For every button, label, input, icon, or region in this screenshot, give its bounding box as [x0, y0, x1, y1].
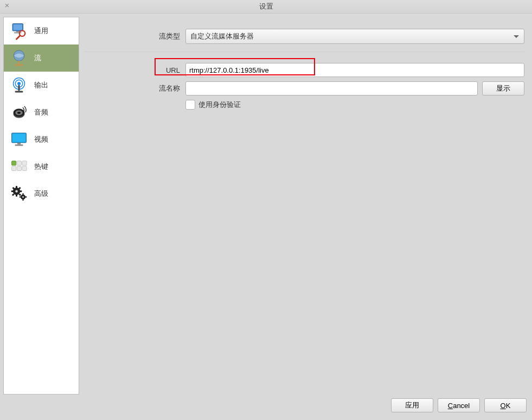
ok-button[interactable]: OK — [484, 398, 527, 412]
monitor-icon — [8, 129, 30, 150]
settings-main-panel: 流类型 自定义流媒体服务器 URL 流名称 显示 — [82, 17, 529, 394]
svg-rect-24 — [22, 161, 27, 166]
svg-rect-40 — [22, 193, 23, 195]
apply-button[interactable]: 应用 — [391, 398, 433, 412]
sidebar-item-label: 视频 — [34, 135, 48, 144]
row-stream-type: 流类型 自定义流媒体服务器 — [84, 27, 524, 46]
svg-rect-21 — [15, 144, 23, 146]
settings-sidebar: 通用 流 — [3, 17, 79, 394]
svg-rect-33 — [20, 190, 22, 192]
broadcast-icon — [8, 74, 30, 96]
cancel-rest: ancel — [453, 402, 470, 410]
globe-network-icon — [8, 47, 30, 69]
svg-rect-26 — [17, 166, 21, 170]
speaker-icon — [8, 101, 30, 123]
svg-point-17 — [17, 112, 21, 114]
svg-rect-20 — [17, 143, 21, 144]
gears-icon — [8, 183, 30, 205]
label-stream-type: 流类型 — [84, 31, 185, 41]
sidebar-item-label: 流 — [34, 53, 41, 63]
sidebar-item-stream[interactable]: 流 — [4, 44, 79, 72]
sidebar-item-output[interactable]: 输出 — [4, 72, 79, 99]
ok-mnemonic: O — [501, 402, 506, 410]
svg-rect-27 — [22, 166, 27, 170]
cancel-mnemonic: C — [448, 402, 453, 410]
svg-rect-1 — [14, 24, 23, 30]
svg-rect-42 — [20, 196, 21, 198]
svg-rect-22 — [12, 161, 16, 166]
svg-rect-32 — [11, 190, 14, 192]
svg-rect-43 — [25, 196, 27, 198]
svg-rect-19 — [12, 134, 25, 142]
row-url: URL — [84, 61, 524, 79]
dialog-footer: 应用 Cancel OK — [0, 394, 532, 416]
window-title: 设置 — [259, 2, 273, 11]
stream-type-dropdown[interactable]: 自定义流媒体服务器 — [185, 29, 524, 44]
sidebar-item-video[interactable]: 视频 — [4, 126, 79, 153]
svg-rect-7 — [18, 61, 20, 64]
sidebar-item-label: 输出 — [34, 80, 48, 90]
svg-point-29 — [15, 190, 18, 193]
label-url: URL — [84, 66, 185, 74]
use-auth-wrapper[interactable]: 使用身份验证 — [185, 100, 241, 110]
sidebar-item-label: 通用 — [34, 26, 48, 36]
sidebar-item-label: 高级 — [34, 189, 48, 199]
svg-rect-13 — [15, 91, 23, 93]
svg-line-5 — [17, 36, 20, 39]
use-auth-checkbox[interactable] — [185, 100, 195, 110]
svg-rect-25 — [12, 166, 16, 170]
svg-point-9 — [17, 82, 21, 85]
svg-rect-2 — [16, 31, 20, 32]
svg-rect-8 — [15, 64, 23, 66]
show-button[interactable]: 显示 — [482, 81, 524, 96]
sidebar-item-hotkeys[interactable]: 热键 — [4, 153, 79, 180]
svg-rect-12 — [18, 85, 20, 91]
sidebar-item-label: 音频 — [34, 107, 48, 117]
svg-rect-23 — [17, 161, 21, 166]
use-auth-label: 使用身份验证 — [198, 100, 241, 110]
ok-rest: K — [506, 402, 511, 410]
sidebar-item-audio[interactable]: 音频 — [4, 99, 79, 126]
svg-rect-3 — [14, 32, 22, 33]
sidebar-item-advanced[interactable]: 高级 — [4, 180, 79, 207]
row-stream-name: 流名称 显示 — [84, 79, 524, 98]
sidebar-item-general[interactable]: 通用 — [4, 17, 79, 44]
svg-rect-31 — [16, 194, 17, 197]
separator — [84, 52, 524, 52]
sidebar-item-label: 热键 — [34, 162, 48, 171]
stream-type-value: 自定义流媒体服务器 — [190, 31, 254, 41]
svg-rect-41 — [22, 199, 23, 201]
url-input[interactable] — [185, 63, 524, 77]
svg-rect-30 — [16, 186, 17, 189]
label-stream-name: 流名称 — [84, 84, 185, 93]
titlebar: × 设置 — [0, 0, 532, 14]
svg-point-39 — [22, 196, 24, 198]
wrench-screen-icon — [8, 20, 30, 42]
row-use-auth: 使用身份验证 — [84, 98, 524, 112]
cancel-button[interactable]: Cancel — [438, 398, 480, 412]
stream-name-input[interactable] — [185, 81, 478, 96]
keyboard-keys-icon — [8, 156, 30, 177]
close-icon[interactable]: × — [3, 2, 11, 9]
